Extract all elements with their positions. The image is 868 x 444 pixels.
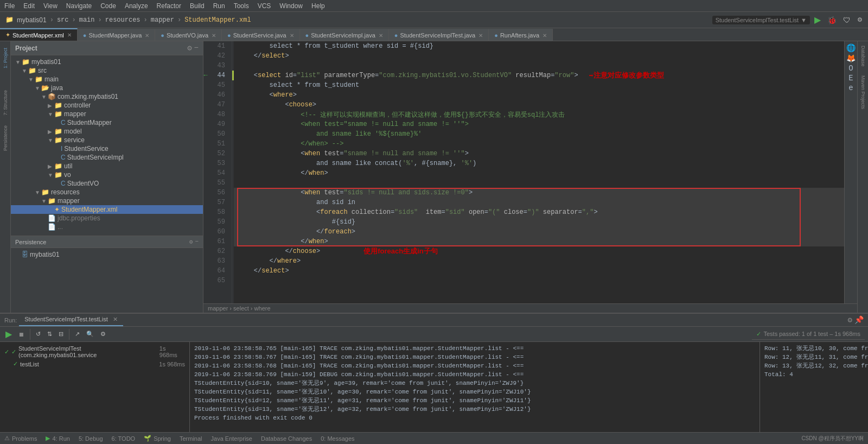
tree-item-jdbc[interactable]: ▶ 📄 jdbc.properties	[11, 214, 203, 223]
tree-item-main[interactable]: ▼ 📁 main	[11, 75, 203, 84]
edge-icon[interactable]: E	[848, 74, 853, 83]
props-icon-jdbc: 📄	[48, 214, 56, 222]
code-editor[interactable]: ←	[203, 41, 857, 303]
menu-navigate[interactable]: Navigate	[66, 2, 92, 10]
menu-file[interactable]: File	[4, 2, 15, 10]
project-side-icon[interactable]: 1: Project	[2, 43, 9, 73]
status-todo[interactable]: 6: TODO	[112, 435, 136, 442]
run-config-selector[interactable]: StudentServiceImplTest.testList ▼	[712, 16, 810, 24]
tab-student-mapper-xml[interactable]: ✦ StudentMapper.xml ✕	[0, 28, 78, 41]
gutter-64	[203, 266, 208, 276]
menu-code[interactable]: Code	[100, 2, 116, 10]
status-messages[interactable]: 0: Messages	[321, 435, 354, 442]
project-settings-icon[interactable]: ⚙	[187, 43, 192, 53]
gear-bottom-button[interactable]: ⚙	[98, 329, 108, 339]
pin-icon[interactable]: 📌	[854, 315, 864, 325]
bottom-stop-button[interactable]: ⏹	[16, 330, 27, 339]
tree-item-persistence-mybatis01[interactable]: ▶ 🗄 mybatis01	[11, 250, 203, 259]
tab-close-runafters[interactable]: ✕	[542, 33, 547, 39]
menu-window[interactable]: Window	[279, 2, 303, 10]
tree-item-mybatis01[interactable]: ▼ 📁 mybatis01	[11, 58, 203, 66]
tree-item-student-mapper-java[interactable]: ▶ C StudentMapper	[11, 118, 203, 127]
persistence-settings-icon[interactable]: ⚙	[189, 238, 193, 245]
opera-icon[interactable]: O	[848, 64, 853, 73]
gutter-51	[203, 139, 208, 149]
tree-item-mapper-pkg[interactable]: ▼ 📁 mapper	[11, 110, 203, 118]
menu-help[interactable]: Help	[311, 2, 325, 10]
filter-button[interactable]: ⊟	[56, 329, 66, 339]
tree-item-mapper-res[interactable]: ▼ 📁 mapper	[11, 196, 203, 205]
tree-item-model[interactable]: ▶ 📁 model	[11, 127, 203, 136]
settings-gear-icon[interactable]: ⚙	[848, 315, 852, 325]
persistence-minimize-icon[interactable]: −	[195, 238, 199, 245]
tree-item-vo[interactable]: ▼ 📁 vo	[11, 170, 203, 179]
tab-close-impl[interactable]: ✕	[379, 33, 383, 39]
tab-close-xml[interactable]: ✕	[67, 32, 72, 38]
tree-item-package[interactable]: ▼ 📦 com.zking.mybatis01	[11, 92, 203, 101]
tree-item-util[interactable]: ▶ 📁 util	[11, 162, 203, 170]
menu-run[interactable]: Run	[213, 2, 225, 10]
tab-student-service-java[interactable]: ● StudentService.java ✕	[222, 29, 300, 41]
status-spring[interactable]: 🌱 Spring	[144, 435, 171, 442]
ie-icon[interactable]: e	[848, 84, 853, 92]
tab-close-service[interactable]: ✕	[290, 33, 294, 39]
tree-item-more[interactable]: ▶ 📄 ...	[11, 223, 203, 231]
tab-student-service-impl-java[interactable]: ● StudentServiceImpl.java ✕	[300, 29, 389, 41]
warning-icon: ⚠	[4, 435, 10, 442]
menu-edit[interactable]: Edit	[23, 2, 35, 10]
bottom-tab-run[interactable]: StudentServiceImplTest.testList ✕	[19, 314, 123, 326]
tree-item-java[interactable]: ▼ 📂 java	[11, 84, 203, 92]
tab-student-vo-java[interactable]: ● StudentVO.java ✕	[155, 29, 222, 41]
menu-vcs[interactable]: VCS	[258, 2, 271, 10]
structure-side-icon[interactable]: 7: Structure	[2, 86, 9, 120]
coverage-button[interactable]: 🛡	[841, 15, 853, 26]
database-side-icon[interactable]: Database	[859, 41, 867, 71]
bottom-toolbar: ▶ ⏹ ↺ ⇅ ⊟ ↗ 🔍 ⚙ ✓ Tests passed: 1 of 1 t…	[0, 327, 868, 342]
status-problems[interactable]: ⚠ Problems	[4, 435, 37, 442]
tab-student-service-impl-test-java[interactable]: ● StudentServiceImplTest.java ✕	[389, 29, 489, 41]
tab-close-mapper[interactable]: ✕	[145, 33, 149, 39]
tab-student-mapper-java[interactable]: ● StudentMapper.java ✕	[78, 29, 156, 41]
sort-button[interactable]: ⇅	[45, 329, 54, 339]
rerun-button[interactable]: ↺	[34, 329, 43, 339]
run-item-class[interactable]: ✓ ✓ StudentServiceImplTest (com.zking.my…	[2, 344, 187, 359]
menu-build[interactable]: Build	[190, 2, 205, 10]
persistence-side-icon[interactable]: Persistence	[2, 121, 9, 155]
tree-item-student-service[interactable]: ▶ I StudentService	[11, 144, 203, 153]
status-terminal[interactable]: Terminal	[180, 435, 202, 442]
gutter-57	[203, 198, 208, 207]
tab-close-test[interactable]: ✕	[478, 33, 483, 39]
tree-item-src[interactable]: ▼ 📁 src	[11, 66, 203, 75]
maven-side-icon[interactable]: Maven Projects	[859, 71, 867, 113]
tree-item-service[interactable]: ▼ 📁 service	[11, 136, 203, 144]
tree-item-controller[interactable]: ▶ 📁 controller	[11, 101, 203, 110]
status-debug[interactable]: 5: Debug	[79, 435, 103, 442]
run-output-panel[interactable]: 2019-11-06 23:58:58.765 [main-165] TRACE…	[190, 342, 760, 432]
status-database-changes[interactable]: Database Changes	[261, 435, 312, 442]
tab-run-afters-java[interactable]: ● RunAfters.java ✕	[489, 29, 553, 41]
firefox-icon[interactable]: 🦊	[846, 54, 856, 63]
tab-close-vo[interactable]: ✕	[212, 33, 216, 39]
tree-item-student-mapper-xml[interactable]: ▶ ✦ StudentMapper.xml	[11, 205, 203, 214]
status-run[interactable]: ▶ 4: Run	[46, 435, 69, 442]
chrome-icon[interactable]: 🌐	[846, 43, 856, 53]
debug-button[interactable]: 🐞	[825, 15, 839, 26]
tree-item-resources[interactable]: ▼ 📁 resources	[11, 188, 203, 196]
menu-tools[interactable]: Tools	[234, 2, 249, 10]
settings-button[interactable]: ⚙	[855, 15, 865, 24]
search-bottom-button[interactable]: 🔍	[84, 329, 96, 339]
linenum-58: 58	[208, 207, 227, 217]
run-item-method[interactable]: ✓ testList 1s 968ms	[2, 359, 187, 369]
tree-item-student-vo[interactable]: ▶ C StudentVO	[11, 179, 203, 188]
bottom-tab-close[interactable]: ✕	[113, 316, 118, 322]
export-button[interactable]: ↗	[73, 329, 82, 339]
code-content[interactable]: select * from t_student where sid = #{si…	[234, 41, 844, 303]
menu-refactor[interactable]: Refactor	[157, 2, 181, 10]
menu-analyze[interactable]: Analyze	[125, 2, 148, 10]
menu-view[interactable]: View	[43, 2, 58, 10]
tree-item-student-service-impl[interactable]: ▶ C StudentServiceImpl	[11, 153, 203, 162]
status-java-enterprise[interactable]: Java Enterprise	[211, 435, 252, 442]
project-minimize-icon[interactable]: −	[194, 43, 199, 53]
run-button[interactable]: ▶	[812, 14, 823, 26]
bottom-run-button[interactable]: ▶	[3, 328, 14, 340]
